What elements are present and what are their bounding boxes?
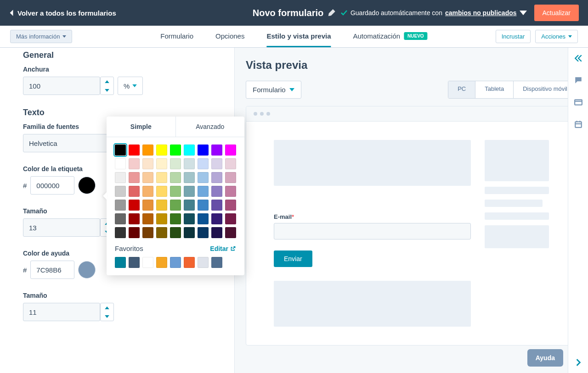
favorite-swatch[interactable] [129, 257, 140, 268]
pencil-icon[interactable] [328, 9, 335, 17]
edit-favorites-link[interactable]: Editar [210, 245, 236, 252]
tab-opciones[interactable]: Opciones [215, 26, 244, 47]
color-swatch[interactable] [142, 145, 153, 156]
color-swatch[interactable] [198, 200, 209, 211]
color-swatch[interactable] [156, 200, 167, 211]
color-swatch[interactable] [170, 186, 181, 197]
tamano2-input[interactable] [23, 303, 100, 321]
color-swatch[interactable] [129, 200, 140, 211]
favorite-swatch[interactable] [156, 257, 167, 268]
color-swatch[interactable] [225, 186, 236, 197]
color-swatch[interactable] [225, 213, 236, 224]
email-input-preview[interactable] [274, 223, 471, 239]
color-swatch[interactable] [198, 158, 209, 169]
color-swatch[interactable] [156, 172, 167, 183]
color-swatch[interactable] [115, 145, 126, 156]
color-swatch[interactable] [184, 172, 195, 183]
expand-icon[interactable] [574, 358, 582, 367]
color-swatch[interactable] [225, 227, 236, 238]
color-swatch[interactable] [184, 227, 195, 238]
window-icon[interactable] [574, 98, 582, 106]
color-swatch[interactable] [129, 145, 140, 156]
color-swatch[interactable] [142, 158, 153, 169]
form-dropdown[interactable]: Formulario [246, 81, 301, 99]
color-swatch[interactable] [198, 213, 209, 224]
unit-select[interactable]: % [118, 77, 143, 95]
color-swatch[interactable] [198, 186, 209, 197]
color-swatch[interactable] [156, 186, 167, 197]
hex-etiqueta-input[interactable] [30, 176, 74, 195]
device-pc[interactable]: PC [448, 81, 475, 98]
color-swatch[interactable] [170, 213, 181, 224]
save-status[interactable]: Guardado automáticamente con cambios no … [340, 9, 527, 17]
incrustar-button[interactable]: Incrustar [496, 30, 531, 43]
color-swatch[interactable] [129, 186, 140, 197]
tamano1-input[interactable] [23, 218, 100, 237]
color-swatch[interactable] [129, 172, 140, 183]
color-swatch[interactable] [115, 158, 126, 169]
tab-formulario[interactable]: Formulario [160, 26, 193, 47]
popover-tab-avanzado[interactable]: Avanzado [176, 117, 245, 137]
favorite-swatch[interactable] [142, 257, 153, 268]
color-swatch[interactable] [184, 213, 195, 224]
anchura-input[interactable] [23, 77, 100, 95]
color-swatch[interactable] [198, 227, 209, 238]
color-swatch[interactable] [211, 186, 222, 197]
color-swatch[interactable] [225, 172, 236, 183]
favorite-swatch[interactable] [198, 257, 209, 268]
favorite-swatch[interactable] [115, 257, 126, 268]
hex-ayuda-input[interactable] [30, 261, 74, 279]
spinner-down[interactable] [101, 312, 113, 321]
color-swatch[interactable] [225, 200, 236, 211]
color-swatch[interactable] [156, 227, 167, 238]
comment-icon[interactable] [574, 76, 582, 84]
help-button[interactable]: Ayuda [527, 349, 563, 367]
color-swatch[interactable] [142, 172, 153, 183]
color-swatch[interactable] [170, 227, 181, 238]
color-swatch[interactable] [198, 145, 209, 156]
color-swatch[interactable] [142, 200, 153, 211]
color-swatch[interactable] [142, 213, 153, 224]
color-swatch[interactable] [211, 145, 222, 156]
color-swatch[interactable] [115, 186, 126, 197]
spinner-down[interactable] [101, 86, 113, 95]
color-swatch[interactable] [156, 145, 167, 156]
color-swatch[interactable] [115, 227, 126, 238]
color-swatch[interactable] [184, 145, 195, 156]
color-swatch[interactable] [211, 213, 222, 224]
favorite-swatch[interactable] [184, 257, 195, 268]
spinner-up[interactable] [101, 77, 113, 86]
popover-tab-simple[interactable]: Simple [107, 117, 176, 137]
color-swatch[interactable] [156, 213, 167, 224]
mas-info-button[interactable]: Más información [10, 30, 72, 43]
color-swatch[interactable] [211, 172, 222, 183]
enviar-button[interactable]: Enviar [274, 251, 312, 267]
color-swatch[interactable] [225, 145, 236, 156]
color-swatch[interactable] [211, 200, 222, 211]
color-swatch[interactable] [129, 227, 140, 238]
spinner-up[interactable] [101, 303, 113, 312]
color-swatch[interactable] [129, 158, 140, 169]
color-swatch[interactable] [115, 213, 126, 224]
swatch-ayuda[interactable] [78, 261, 96, 278]
favorite-swatch[interactable] [170, 257, 181, 268]
device-tableta[interactable]: Tableta [475, 81, 514, 98]
color-swatch[interactable] [142, 227, 153, 238]
color-swatch[interactable] [225, 158, 236, 169]
back-link[interactable]: Volver a todos los formularios [9, 9, 116, 17]
color-swatch[interactable] [115, 172, 126, 183]
color-swatch[interactable] [184, 158, 195, 169]
color-swatch[interactable] [129, 213, 140, 224]
acciones-button[interactable]: Acciones [535, 30, 578, 43]
color-swatch[interactable] [184, 200, 195, 211]
color-swatch[interactable] [156, 158, 167, 169]
color-swatch[interactable] [170, 145, 181, 156]
swatch-etiqueta[interactable] [78, 177, 96, 194]
color-swatch[interactable] [142, 186, 153, 197]
collapse-icon[interactable] [574, 54, 582, 62]
color-swatch[interactable] [170, 172, 181, 183]
color-swatch[interactable] [170, 158, 181, 169]
calendar-icon[interactable] [574, 120, 582, 128]
color-swatch[interactable] [170, 200, 181, 211]
color-swatch[interactable] [198, 172, 209, 183]
